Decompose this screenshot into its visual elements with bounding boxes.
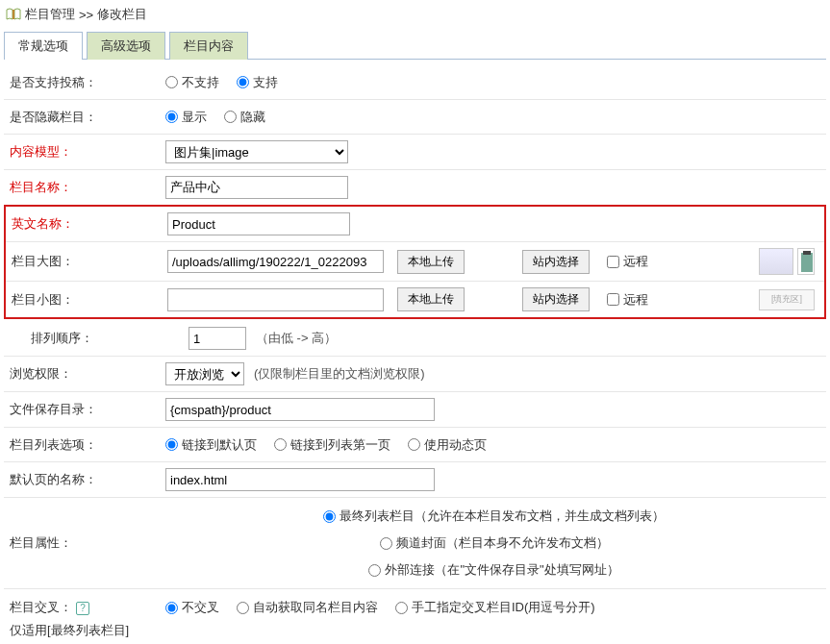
label-listopt: 栏目列表选项： <box>8 436 165 454</box>
label-colname: 栏目名称： <box>8 179 165 196</box>
radio-hidden-show[interactable]: 显示 <box>165 109 207 126</box>
radio-cross-2[interactable]: 自动获取同名栏目内容 <box>237 599 378 616</box>
bigimg-thumbs <box>759 248 815 275</box>
breadcrumb-module: 栏目管理 <box>25 6 75 23</box>
input-smallimg[interactable] <box>167 288 384 311</box>
svg-rect-1 <box>801 253 813 272</box>
radio-listopt-3[interactable]: 使用动态页 <box>408 436 487 454</box>
btn-smallimg-local[interactable]: 本地上传 <box>397 287 465 311</box>
row-savedir: 文件保存目录： <box>4 392 826 428</box>
label-order: 排列顺序： <box>8 330 165 347</box>
label-hidden: 是否隐藏栏目： <box>8 109 165 126</box>
radio-attr-2[interactable]: 频道封面（栏目本身不允许发布文档） <box>380 534 609 552</box>
row-order: 排列顺序： （由低 -> 高） <box>4 321 826 357</box>
radio-cross-1[interactable]: 不交叉 <box>165 599 219 616</box>
btn-bigimg-local[interactable]: 本地上传 <box>397 250 465 274</box>
thumb-preview-1 <box>759 248 793 275</box>
radio-cross-3[interactable]: 手工指定交叉栏目ID(用逗号分开) <box>395 599 595 616</box>
tab-content[interactable]: 栏目内容 <box>169 32 248 60</box>
radio-listopt-2[interactable]: 链接到列表第一页 <box>274 436 390 454</box>
btn-smallimg-site[interactable]: 站内选择 <box>522 287 590 311</box>
row-colname: 栏目名称： <box>4 170 826 205</box>
check-smallimg-remote[interactable]: 远程 <box>607 291 648 309</box>
row-perm: 浏览权限： 开放浏览 (仅限制栏目里的文档浏览权限) <box>4 357 826 392</box>
input-defpage[interactable] <box>165 468 435 491</box>
input-savedir[interactable] <box>165 398 435 421</box>
label-attr: 栏目属性： <box>8 534 165 552</box>
radio-attr-3[interactable]: 外部连接（在"文件保存目录"处填写网址） <box>368 561 618 579</box>
radio-submission-no[interactable]: 不支持 <box>165 74 219 91</box>
row-hidden: 是否隐藏栏目： 显示 隐藏 <box>4 100 826 135</box>
row-bigimg: 栏目大图： 本地上传 站内选择 远程 <box>6 242 824 282</box>
input-colname[interactable] <box>165 176 348 199</box>
book-icon <box>6 8 21 21</box>
radio-attr-1[interactable]: 最终列表栏目（允许在本栏目发布文档，并生成文档列表） <box>323 508 665 525</box>
thumb-preview-2 <box>797 248 815 275</box>
row-attr: 栏目属性： 最终列表栏目（允许在本栏目发布文档，并生成文档列表） 频道封面（栏目… <box>4 498 826 589</box>
row-listopt: 栏目列表选项： 链接到默认页 链接到列表第一页 使用动态页 <box>4 428 826 462</box>
row-enname: 英文名称： <box>6 207 824 242</box>
tabs: 常规选项 高级选项 栏目内容 <box>4 31 826 60</box>
breadcrumb: 栏目管理 >> 修改栏目 <box>4 4 826 31</box>
label-savedir: 文件保存目录： <box>8 401 165 418</box>
row-submission: 是否支持投稿： 不支持 支持 <box>4 65 826 100</box>
svg-rect-2 <box>803 251 811 255</box>
label-smallimg: 栏目小图： <box>10 291 167 309</box>
thumb-attach: [填充区] <box>759 289 815 310</box>
breadcrumb-sep: >> <box>79 8 93 22</box>
label-cross: 栏目交叉：? <box>10 599 165 616</box>
tab-advanced[interactable]: 高级选项 <box>87 32 165 60</box>
label-model: 内容模型： <box>8 143 165 161</box>
select-model[interactable]: 图片集|image <box>165 140 348 163</box>
label-cross-hint: 仅适用[最终列表栏目] <box>10 622 165 639</box>
input-enname[interactable] <box>167 212 350 235</box>
help-icon[interactable]: ? <box>76 602 89 615</box>
breadcrumb-page: 修改栏目 <box>97 6 147 23</box>
select-perm[interactable]: 开放浏览 <box>165 362 244 385</box>
row-cross: 栏目交叉：? 仅适用[最终列表栏目] 不交叉 自动获取同名栏目内容 手工指定交叉… <box>4 589 826 644</box>
btn-bigimg-site[interactable]: 站内选择 <box>522 250 590 274</box>
label-bigimg: 栏目大图： <box>10 253 167 270</box>
radio-listopt-1[interactable]: 链接到默认页 <box>165 436 257 454</box>
hint-order: （由低 -> 高） <box>256 330 337 347</box>
input-bigimg[interactable] <box>167 250 384 273</box>
input-order[interactable] <box>189 327 246 350</box>
smallimg-thumbs: [填充区] <box>759 289 815 310</box>
row-smallimg: 栏目小图： 本地上传 站内选择 远程 [填充区] <box>6 282 824 317</box>
label-submission: 是否支持投稿： <box>8 74 165 91</box>
label-perm: 浏览权限： <box>8 365 165 383</box>
tab-general[interactable]: 常规选项 <box>4 32 83 60</box>
label-enname: 英文名称： <box>10 215 167 233</box>
row-defpage: 默认页的名称： <box>4 462 826 498</box>
radio-submission-yes[interactable]: 支持 <box>237 74 278 91</box>
hint-perm: (仅限制栏目里的文档浏览权限) <box>254 365 425 383</box>
svg-rect-0 <box>13 10 14 19</box>
radio-hidden-hide[interactable]: 隐藏 <box>224 109 265 126</box>
row-model: 内容模型： 图片集|image <box>4 135 826 170</box>
label-defpage: 默认页的名称： <box>8 471 165 488</box>
highlight-box: 英文名称： 栏目大图： 本地上传 站内选择 远程 栏目小图： <box>4 205 826 319</box>
check-bigimg-remote[interactable]: 远程 <box>607 253 648 270</box>
